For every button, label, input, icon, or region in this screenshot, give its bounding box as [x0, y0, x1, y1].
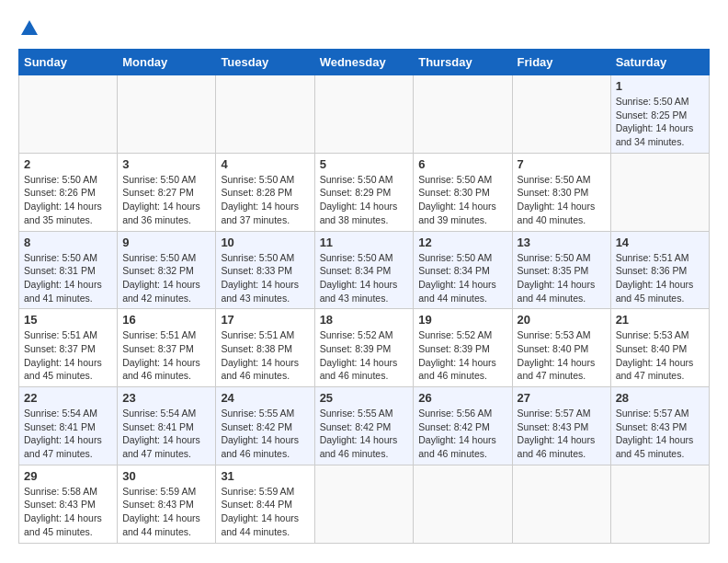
- calendar-cell: 17Sunrise: 5:51 AMSunset: 8:38 PMDayligh…: [216, 309, 314, 387]
- calendar-week-row: 22Sunrise: 5:54 AMSunset: 8:41 PMDayligh…: [19, 387, 710, 465]
- day-info: Sunrise: 5:53 AMSunset: 8:40 PMDaylight:…: [616, 328, 704, 383]
- day-number: 2: [24, 157, 112, 171]
- calendar-cell: 2Sunrise: 5:50 AMSunset: 8:26 PMDaylight…: [19, 153, 118, 231]
- day-number: 21: [616, 313, 704, 327]
- day-info: Sunrise: 5:52 AMSunset: 8:39 PMDaylight:…: [320, 328, 409, 383]
- calendar-cell: 13Sunrise: 5:50 AMSunset: 8:35 PMDayligh…: [512, 231, 610, 309]
- day-info: Sunrise: 5:50 AMSunset: 8:30 PMDaylight:…: [418, 173, 506, 227]
- day-info: Sunrise: 5:50 AMSunset: 8:31 PMDaylight:…: [24, 251, 112, 305]
- day-number: 12: [418, 236, 506, 249]
- day-number: 11: [320, 236, 409, 249]
- day-of-week-header: Sunday: [19, 50, 118, 75]
- calendar-header-row: SundayMondayTuesdayWednesdayThursdayFrid…: [19, 50, 710, 75]
- calendar-cell: 22Sunrise: 5:54 AMSunset: 8:41 PMDayligh…: [19, 387, 118, 465]
- day-number: 25: [320, 391, 409, 405]
- calendar-cell: [414, 465, 512, 543]
- day-number: 24: [221, 391, 309, 405]
- day-info: Sunrise: 5:50 AMSunset: 8:33 PMDaylight:…: [221, 251, 309, 305]
- page-header: [18, 18, 710, 35]
- day-number: 7: [518, 157, 606, 171]
- day-number: 5: [320, 157, 409, 171]
- day-info: Sunrise: 5:50 AMSunset: 8:35 PMDaylight:…: [518, 251, 606, 305]
- day-info: Sunrise: 5:50 AMSunset: 8:27 PMDaylight:…: [122, 173, 210, 227]
- day-number: 19: [418, 313, 506, 327]
- calendar-cell: [19, 75, 118, 154]
- day-info: Sunrise: 5:57 AMSunset: 8:43 PMDaylight:…: [518, 407, 606, 461]
- calendar-cell: 24Sunrise: 5:55 AMSunset: 8:42 PMDayligh…: [216, 387, 314, 465]
- calendar-cell: [314, 75, 414, 154]
- day-info: Sunrise: 5:53 AMSunset: 8:40 PMDaylight:…: [518, 328, 606, 383]
- day-info: Sunrise: 5:55 AMSunset: 8:42 PMDaylight:…: [320, 407, 409, 461]
- calendar-cell: [512, 75, 610, 154]
- calendar-cell: [610, 465, 709, 543]
- day-number: 3: [122, 157, 210, 171]
- day-of-week-header: Saturday: [610, 50, 709, 75]
- calendar-cell: 1Sunrise: 5:50 AMSunset: 8:25 PMDaylight…: [610, 75, 709, 154]
- day-info: Sunrise: 5:50 AMSunset: 8:26 PMDaylight:…: [24, 173, 112, 227]
- calendar-cell: 20Sunrise: 5:53 AMSunset: 8:40 PMDayligh…: [512, 309, 610, 387]
- calendar-cell: 31Sunrise: 5:59 AMSunset: 8:44 PMDayligh…: [216, 465, 314, 543]
- day-number: 14: [616, 236, 704, 249]
- calendar-cell: 5Sunrise: 5:50 AMSunset: 8:29 PMDaylight…: [314, 153, 414, 231]
- day-number: 27: [518, 391, 606, 405]
- logo: [18, 18, 40, 35]
- calendar-cell: 7Sunrise: 5:50 AMSunset: 8:30 PMDaylight…: [512, 153, 610, 231]
- day-number: 18: [320, 313, 409, 327]
- day-number: 20: [518, 313, 606, 327]
- day-number: 13: [518, 236, 606, 249]
- day-info: Sunrise: 5:51 AMSunset: 8:37 PMDaylight:…: [24, 328, 112, 383]
- calendar-cell: 10Sunrise: 5:50 AMSunset: 8:33 PMDayligh…: [216, 231, 314, 309]
- calendar-cell: 30Sunrise: 5:59 AMSunset: 8:43 PMDayligh…: [118, 465, 216, 543]
- day-of-week-header: Wednesday: [314, 50, 414, 75]
- day-info: Sunrise: 5:58 AMSunset: 8:43 PMDaylight:…: [24, 485, 112, 539]
- day-of-week-header: Friday: [512, 50, 610, 75]
- day-info: Sunrise: 5:50 AMSunset: 8:34 PMDaylight:…: [320, 251, 409, 305]
- day-info: Sunrise: 5:51 AMSunset: 8:38 PMDaylight:…: [221, 328, 309, 383]
- calendar-cell: [414, 75, 512, 154]
- calendar-cell: 23Sunrise: 5:54 AMSunset: 8:41 PMDayligh…: [118, 387, 216, 465]
- day-info: Sunrise: 5:55 AMSunset: 8:42 PMDaylight:…: [221, 407, 309, 461]
- calendar-cell: 29Sunrise: 5:58 AMSunset: 8:43 PMDayligh…: [19, 465, 118, 543]
- day-number: 15: [24, 313, 112, 327]
- calendar-week-row: 8Sunrise: 5:50 AMSunset: 8:31 PMDaylight…: [19, 231, 710, 309]
- calendar-cell: 28Sunrise: 5:57 AMSunset: 8:43 PMDayligh…: [610, 387, 709, 465]
- calendar-cell: 11Sunrise: 5:50 AMSunset: 8:34 PMDayligh…: [314, 231, 414, 309]
- day-info: Sunrise: 5:54 AMSunset: 8:41 PMDaylight:…: [122, 407, 210, 461]
- calendar-cell: 27Sunrise: 5:57 AMSunset: 8:43 PMDayligh…: [512, 387, 610, 465]
- day-number: 26: [418, 391, 506, 405]
- day-info: Sunrise: 5:51 AMSunset: 8:37 PMDaylight:…: [122, 328, 210, 383]
- day-info: Sunrise: 5:50 AMSunset: 8:32 PMDaylight:…: [122, 251, 210, 305]
- svg-marker-0: [21, 20, 38, 35]
- calendar-cell: 19Sunrise: 5:52 AMSunset: 8:39 PMDayligh…: [414, 309, 512, 387]
- calendar-cell: 16Sunrise: 5:51 AMSunset: 8:37 PMDayligh…: [118, 309, 216, 387]
- day-info: Sunrise: 5:59 AMSunset: 8:43 PMDaylight:…: [122, 485, 210, 539]
- day-number: 22: [24, 391, 112, 405]
- day-number: 28: [616, 391, 704, 405]
- calendar-cell: 3Sunrise: 5:50 AMSunset: 8:27 PMDaylight…: [118, 153, 216, 231]
- day-info: Sunrise: 5:50 AMSunset: 8:29 PMDaylight:…: [320, 173, 409, 227]
- calendar-cell: [512, 465, 610, 543]
- day-info: Sunrise: 5:56 AMSunset: 8:42 PMDaylight:…: [418, 407, 506, 461]
- calendar-cell: 25Sunrise: 5:55 AMSunset: 8:42 PMDayligh…: [314, 387, 414, 465]
- day-number: 10: [221, 236, 309, 249]
- day-number: 6: [418, 157, 506, 171]
- calendar-week-row: 29Sunrise: 5:58 AMSunset: 8:43 PMDayligh…: [19, 465, 710, 543]
- calendar-cell: 15Sunrise: 5:51 AMSunset: 8:37 PMDayligh…: [19, 309, 118, 387]
- day-info: Sunrise: 5:51 AMSunset: 8:36 PMDaylight:…: [616, 251, 704, 305]
- day-number: 8: [24, 236, 112, 249]
- day-info: Sunrise: 5:59 AMSunset: 8:44 PMDaylight:…: [221, 485, 309, 539]
- calendar-week-row: 15Sunrise: 5:51 AMSunset: 8:37 PMDayligh…: [19, 309, 710, 387]
- day-number: 1: [616, 79, 704, 93]
- calendar-cell: 12Sunrise: 5:50 AMSunset: 8:34 PMDayligh…: [414, 231, 512, 309]
- calendar-cell: 21Sunrise: 5:53 AMSunset: 8:40 PMDayligh…: [610, 309, 709, 387]
- calendar-cell: [610, 153, 709, 231]
- day-info: Sunrise: 5:50 AMSunset: 8:28 PMDaylight:…: [221, 173, 309, 227]
- calendar-cell: 18Sunrise: 5:52 AMSunset: 8:39 PMDayligh…: [314, 309, 414, 387]
- day-number: 4: [221, 157, 309, 171]
- day-number: 23: [122, 391, 210, 405]
- day-number: 17: [221, 313, 309, 327]
- day-info: Sunrise: 5:50 AMSunset: 8:25 PMDaylight:…: [616, 95, 704, 149]
- day-info: Sunrise: 5:50 AMSunset: 8:30 PMDaylight:…: [518, 173, 606, 227]
- day-number: 31: [221, 469, 309, 483]
- calendar-cell: 14Sunrise: 5:51 AMSunset: 8:36 PMDayligh…: [610, 231, 709, 309]
